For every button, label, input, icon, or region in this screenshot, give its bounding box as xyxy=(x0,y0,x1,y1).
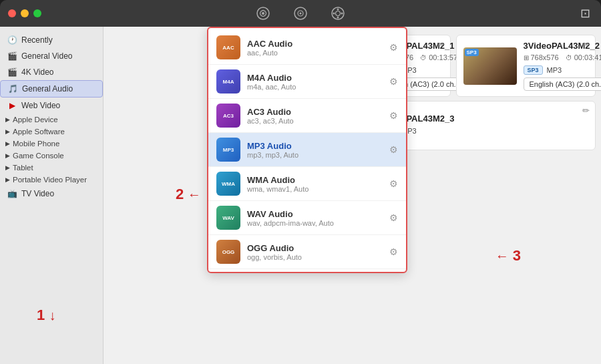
format-item-wav[interactable]: WAV WAV Audio wav, adpcm-ima-wav, Auto ⚙ xyxy=(208,201,406,235)
format-item-ogg[interactable]: OGG OGG Audio ogg, vorbis, Auto ⚙ xyxy=(208,235,406,269)
sidebar-item-apple-device[interactable]: ▶ Apple Device xyxy=(0,114,103,126)
resolution-icon-2: ⊞ xyxy=(524,54,529,61)
sidebar-item-tv-video[interactable]: 📺 TV Video xyxy=(0,186,103,202)
chevron-right-icon: ▶ xyxy=(5,116,10,123)
audio-select-2[interactable]: English (AC3) (2.0 ch...) xyxy=(524,77,602,91)
music-disc-icon[interactable] xyxy=(291,4,310,23)
chevron-right-icon-4: ▶ xyxy=(5,152,10,159)
format-item-m4a[interactable]: M4A M4A Audio m4a, aac, Auto ⚙ xyxy=(208,65,406,99)
ogg-settings-icon[interactable]: ⚙ xyxy=(389,246,398,257)
m4a-ext: m4a, aac, Auto xyxy=(247,83,383,91)
format-row-3: SP3 MP3 xyxy=(378,126,588,136)
edit-button-3[interactable]: ✏ xyxy=(582,106,590,116)
sidebar-item-recently-label: Recently xyxy=(21,35,53,45)
sidebar-item-mobile-phone[interactable]: ▶ Mobile Phone xyxy=(0,138,103,150)
ac3-settings-icon[interactable]: ⚙ xyxy=(389,110,398,121)
sidebar-item-recently[interactable]: 🕐 Recently xyxy=(0,32,103,48)
sidebar-item-mobile-phone-label: Mobile Phone xyxy=(13,140,59,148)
ogg-name: OGG Audio xyxy=(247,243,383,253)
svg-point-4 xyxy=(300,13,302,15)
wav-format-icon: WAV xyxy=(216,206,240,230)
annotation-3: ← 3 xyxy=(495,247,521,264)
edit-button-2[interactable]: ✏ xyxy=(582,39,590,49)
wma-info: WMA Audio wma, wmav1, Auto xyxy=(247,175,383,193)
mp3-ext: mp3, mp3, Auto xyxy=(247,151,383,159)
audio-icon: 🎵 xyxy=(7,83,18,94)
content-area: AAC AAC Audio aac, Auto ⚙ M4A M4A Audio … xyxy=(104,27,601,364)
title-nav-icons xyxy=(254,4,347,23)
sidebar-item-portable-video-label: Portable Video Player xyxy=(13,176,87,184)
clock-icon: 🕐 xyxy=(7,35,17,45)
format-dropdown: AAC AAC Audio aac, Auto ⚙ M4A M4A Audio … xyxy=(207,27,407,273)
phone-rotate-icon[interactable] xyxy=(254,4,272,23)
maximize-button[interactable] xyxy=(33,9,41,17)
aac-ext: aac, Auto xyxy=(247,49,383,57)
sidebar-item-apple-software[interactable]: ▶ Apple Software xyxy=(0,126,103,138)
format-list: AAC AAC Audio aac, Auto ⚙ M4A M4A Audio … xyxy=(208,28,406,272)
sidebar-item-tv-video-label: TV Video xyxy=(21,189,54,198)
svg-point-7 xyxy=(337,9,339,11)
sidebar-item-portable-video[interactable]: ▶ Portable Video Player xyxy=(0,174,103,186)
ac3-info: AC3 Audio ac3, ac3, Auto xyxy=(247,107,383,125)
wav-settings-icon[interactable]: ⚙ xyxy=(389,212,398,223)
format-label-2: MP3 xyxy=(547,66,562,74)
format-item-ac3[interactable]: AC3 AC3 Audio ac3, ac3, Auto ⚙ xyxy=(208,99,406,133)
thumb-image-2: SP3 xyxy=(463,47,517,85)
duration-2: ⏱ 00:03:41 xyxy=(566,53,601,61)
sidebar-item-4k-label: 4K Video xyxy=(21,67,54,77)
sidebar-item-tablet[interactable]: ▶ Tablet xyxy=(0,162,103,174)
mp3-settings-icon[interactable]: ⚙ xyxy=(389,144,398,155)
ogg-ext: ogg, vorbis, Auto xyxy=(247,253,383,261)
clock-icon-2: ⏱ xyxy=(566,54,572,61)
edit-button-1[interactable]: ✏ xyxy=(437,39,445,49)
m4a-name: M4A Audio xyxy=(247,73,383,83)
sidebar-item-game-console[interactable]: ▶ Game Console xyxy=(0,150,103,162)
sidebar-item-general-audio[interactable]: 🎵 General Audio xyxy=(0,80,103,98)
app-body: 🕐 Recently 🎬 General Video 🎬 4K Video 🎵 … xyxy=(0,27,601,364)
annotation-2: 2 ← xyxy=(176,186,201,203)
format-item-aac[interactable]: AAC AAC Audio aac, Auto ⚙ xyxy=(208,31,406,65)
close-button[interactable] xyxy=(8,9,16,17)
aac-info: AAC Audio aac, Auto xyxy=(247,39,383,57)
svg-point-6 xyxy=(336,11,341,16)
tv-icon: 📺 xyxy=(7,188,17,199)
sidebar-item-general-video-label: General Video xyxy=(21,51,73,61)
sidebar-item-web-video[interactable]: ▶ Web Video xyxy=(0,98,103,114)
format-badge-2: SP3 xyxy=(524,65,543,75)
ogg-format-icon: OGG xyxy=(216,240,240,264)
wma-ext: wma, wmav1, Auto xyxy=(247,185,383,193)
wma-settings-icon[interactable]: ⚙ xyxy=(389,178,398,189)
minimize-button[interactable] xyxy=(21,9,29,17)
video-meta-2: ⊞ 768x576 ⏱ 00:03:41 ⬇ 211.46MB xyxy=(524,53,602,61)
video-info-3: 3VideoPAL43M2_3 SP3 MP3 xyxy=(378,114,588,138)
ac3-format-icon: AC3 xyxy=(216,104,240,128)
ac3-ext: ac3, ac3, Auto xyxy=(247,117,383,125)
wav-ext: wav, adpcm-ima-wav, Auto xyxy=(247,219,383,227)
video-item-2: SP3 3VideoPAL43M2_2 ⊞ 768x576 ⏱ xyxy=(456,35,596,97)
ac3-name: AC3 Audio xyxy=(247,107,383,117)
sidebar-item-general-video[interactable]: 🎬 General Video xyxy=(0,48,103,64)
video-selects-2: English (AC3) (2.0 ch...) No Subtitle xyxy=(524,77,602,91)
sidebar-item-apple-software-label: Apple Software xyxy=(13,128,65,136)
4k-icon: 🎬 xyxy=(7,67,17,77)
sidebar-item-apple-device-label: Apple Device xyxy=(13,116,58,124)
web-video-icon: ▶ xyxy=(7,100,17,111)
format-item-mp3[interactable]: MP3 MP3 Audio mp3, mp3, Auto ⚙ xyxy=(208,133,406,167)
format-item-wma[interactable]: WMA WMA Audio wma, wmav1, Auto ⚙ xyxy=(208,167,406,201)
sidebar-item-4k-video[interactable]: 🎬 4K Video xyxy=(0,64,103,80)
ogg-info: OGG Audio ogg, vorbis, Auto xyxy=(247,243,383,261)
aac-settings-icon[interactable]: ⚙ xyxy=(389,42,398,53)
sidebar-item-game-console-label: Game Console xyxy=(13,152,64,160)
m4a-format-icon: M4A xyxy=(216,69,240,94)
wma-name: WMA Audio xyxy=(247,175,383,185)
mp3-format-icon: MP3 xyxy=(216,138,240,162)
mp3-name: MP3 Audio xyxy=(247,141,383,151)
chevron-right-icon-6: ▶ xyxy=(5,176,10,183)
video-icon: 🎬 xyxy=(7,51,17,61)
format-row-2: SP3 MP3 xyxy=(524,65,602,75)
film-reel-icon[interactable] xyxy=(329,4,347,23)
video-thumb-2: SP3 xyxy=(463,47,517,85)
m4a-settings-icon[interactable]: ⚙ xyxy=(389,76,398,87)
screen-cast-icon[interactable]: ⊡ xyxy=(580,6,590,21)
chevron-right-icon-3: ▶ xyxy=(5,140,10,147)
